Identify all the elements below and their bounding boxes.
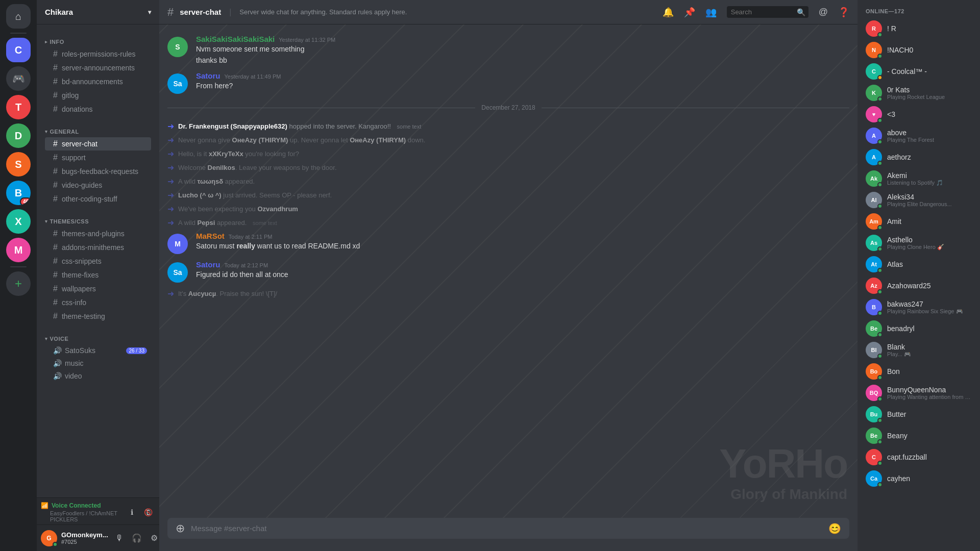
- channel-support[interactable]: # support: [45, 151, 151, 164]
- member-item[interactable]: Al Aleksi34 Playing Elite Dangerous...: [862, 190, 976, 210]
- channel-server-announcements[interactable]: # server-announcements: [45, 61, 151, 74]
- member-item[interactable]: Bl Blank Play... 🎮: [862, 340, 976, 360]
- voice-status-label: Voice Connected: [52, 502, 101, 509]
- voice-channel-satosuks[interactable]: 🔊 SatoSuks 26 / 33: [45, 344, 151, 357]
- member-item[interactable]: C capt.fuzzball: [862, 447, 976, 467]
- server-icon-m[interactable]: M: [6, 238, 31, 262]
- member-activity: Play... 🎮: [887, 351, 972, 358]
- mute-button[interactable]: 🎙: [112, 531, 127, 545]
- member-item[interactable]: Be benadryl: [862, 318, 976, 339]
- channel-donations[interactable]: # donations: [45, 103, 151, 116]
- channel-server-chat[interactable]: # server-chat: [45, 137, 151, 151]
- member-info: Blank Play... 🎮: [887, 343, 972, 358]
- channel-addons[interactable]: # addons-minithemes: [45, 241, 151, 254]
- home-button[interactable]: ⌂: [6, 4, 31, 29]
- message-author[interactable]: SakiSakiSakiSakiSaki: [196, 35, 275, 43]
- chat-header: # server-chat | Server wide chat for any…: [159, 0, 857, 24]
- category-header-general[interactable]: ▾ GENERAL: [41, 127, 155, 137]
- status-dot: [877, 268, 883, 273]
- channel-wallpapers[interactable]: # wallpapers: [45, 282, 151, 295]
- watermark: YoRHo: [719, 440, 847, 487]
- member-item[interactable]: Am Amit: [862, 211, 976, 232]
- add-server-button[interactable]: +: [6, 271, 31, 296]
- channel-bugs-feedback[interactable]: # bugs-feedback-requests: [45, 165, 151, 178]
- server-icon-game[interactable]: 🎮: [6, 66, 31, 91]
- member-item[interactable]: C - Coolcal™ -: [862, 61, 976, 82]
- at-icon[interactable]: @: [819, 7, 828, 17]
- member-avatar: C: [866, 63, 882, 80]
- member-activity: Playing Rocket League: [887, 94, 972, 100]
- category-header-themes[interactable]: ▾ THEMES/CSS: [41, 216, 155, 227]
- message-input[interactable]: [191, 518, 822, 539]
- category-header-info[interactable]: ▸ INFO: [41, 37, 155, 47]
- status-dot: [877, 225, 883, 230]
- server-name-bar[interactable]: Chikara ▾: [37, 0, 159, 24]
- emoji-button[interactable]: 😊: [828, 522, 841, 535]
- member-item[interactable]: N !NACH0: [862, 40, 976, 60]
- member-item[interactable]: Bo Bon: [862, 361, 976, 382]
- channel-theme-testing[interactable]: # theme-testing: [45, 310, 151, 323]
- server-icon-chikara[interactable]: C: [6, 38, 31, 62]
- member-item[interactable]: Ak Akemi Listening to Spotify 🎵: [862, 168, 976, 189]
- message-author[interactable]: MaRSot: [196, 232, 225, 240]
- pin-icon[interactable]: 📌: [684, 7, 695, 18]
- message-header: SakiSakiSakiSakiSaki Yesterday at 11:32 …: [196, 35, 849, 43]
- system-arrow-icon: ➜: [167, 289, 174, 298]
- category-arrow-themes: ▾: [45, 219, 48, 224]
- members-icon[interactable]: 👥: [705, 7, 717, 18]
- member-item[interactable]: Ca cayhen: [862, 468, 976, 489]
- member-item[interactable]: A above Playing The Forest: [862, 126, 976, 146]
- voice-channel-music[interactable]: 🔊 music: [45, 357, 151, 369]
- channel-label: roles-permissions-rules: [62, 50, 136, 58]
- member-item[interactable]: Bu Butter: [862, 404, 976, 424]
- deafen-button[interactable]: 🎧: [130, 531, 144, 545]
- message-author[interactable]: Satoru: [196, 71, 220, 80]
- system-message: ➜ A wild τωωηsδ appeared.: [159, 174, 857, 188]
- server-icon-b[interactable]: B 46: [6, 181, 31, 205]
- help-icon[interactable]: ❓: [838, 7, 849, 18]
- channel-roles-permissions-rules[interactable]: # roles-permissions-rules: [45, 47, 151, 61]
- member-item[interactable]: K 0r Kats Playing Rocket League: [862, 83, 976, 103]
- bell-icon[interactable]: 🔔: [663, 7, 674, 18]
- channel-gitlog[interactable]: # gitlog: [45, 89, 151, 102]
- add-attachment-button[interactable]: ⊕: [176, 522, 185, 535]
- member-item[interactable]: BQ BunnyQueenNona Playing Wanting attent…: [862, 383, 976, 403]
- member-activity: Playing The Forest: [887, 137, 972, 143]
- status-dot: [877, 118, 883, 123]
- member-avatar: C: [866, 449, 882, 465]
- member-item[interactable]: B bakwas247 Playing Rainbow Six Siege 🎮: [862, 297, 976, 317]
- member-item[interactable]: Az Azahoward25: [862, 276, 976, 296]
- message-timestamp: Today at 2:12 PM: [225, 262, 268, 268]
- search-wrapper: 🔍: [727, 6, 808, 18]
- avatar-letter: G: [46, 535, 51, 542]
- channel-themes-plugins[interactable]: # themes-and-plugins: [45, 227, 151, 240]
- server-icon-d[interactable]: D: [6, 123, 31, 148]
- channel-css-info[interactable]: # css-info: [45, 296, 151, 309]
- category-header-voice[interactable]: ▾ VOICE: [41, 334, 155, 344]
- channel-theme-fixes[interactable]: # theme-fixes: [45, 268, 151, 282]
- channel-other-coding[interactable]: # other-coding-stuff: [45, 192, 151, 206]
- channel-css-snippets[interactable]: # css-snippets: [45, 255, 151, 268]
- date-divider: December 27, 2018: [167, 104, 849, 111]
- voice-channel-video[interactable]: 🔊 video: [45, 370, 151, 382]
- channel-video-guides[interactable]: # video-guides: [45, 179, 151, 192]
- server-name: Chikara: [45, 8, 73, 16]
- server-icon-s[interactable]: S: [6, 152, 31, 177]
- member-item[interactable]: At Atlas: [862, 254, 976, 274]
- voice-disconnect-button[interactable]: 📵: [141, 505, 155, 519]
- hash-icon: #: [53, 243, 58, 252]
- voice-info-button[interactable]: ℹ: [125, 505, 139, 519]
- server-icon-x[interactable]: X: [6, 209, 31, 234]
- member-item[interactable]: A aethorz: [862, 147, 976, 167]
- member-info: Atlas: [887, 260, 972, 268]
- member-item[interactable]: Be Beany: [862, 425, 976, 446]
- search-input[interactable]: [727, 6, 808, 18]
- category-voice: ▾ VOICE 🔊 SatoSuks 26 / 33 🔊 music: [37, 325, 159, 385]
- member-item[interactable]: R ! R: [862, 18, 976, 39]
- member-item[interactable]: As Asthello Playing Clone Hero 🎸: [862, 233, 976, 253]
- member-item[interactable]: ♥ <3: [862, 104, 976, 124]
- server-icon-t[interactable]: T: [6, 95, 31, 119]
- message-author[interactable]: Satoru: [196, 260, 220, 269]
- search-icon[interactable]: 🔍: [797, 8, 805, 16]
- channel-bd-announcements[interactable]: # bd-announcements: [45, 75, 151, 88]
